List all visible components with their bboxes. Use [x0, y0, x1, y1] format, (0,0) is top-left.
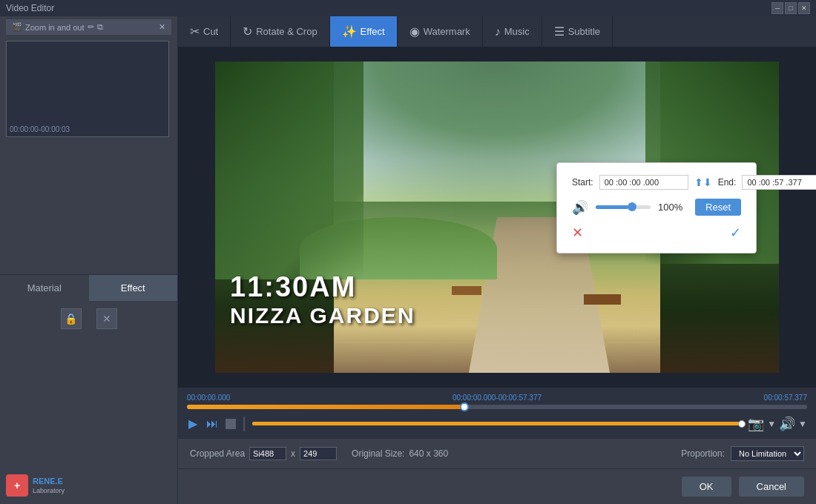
tab-material[interactable]: Material [0, 275, 89, 301]
tab-rotate-label: Rotate & Crop [256, 26, 317, 37]
cut-icon: ✂ [190, 24, 200, 39]
crop-x-separator: x [291, 448, 295, 459]
volume-slider-thumb[interactable] [628, 202, 636, 211]
clip-time: 00:00:00-00:00:03 [10, 125, 70, 133]
maximize-button[interactable]: □ [785, 2, 797, 14]
clip-label: Zoom in and out [25, 23, 85, 32]
delete-icon: ✕ [102, 313, 111, 325]
tab-watermark[interactable]: ◉ Watermark [398, 16, 483, 47]
volume-dropdown-icon[interactable]: ▼ [798, 419, 807, 429]
lock-button[interactable]: 🔒 [61, 308, 82, 329]
video-location-display: NIZZA GARDEN [230, 303, 415, 328]
bench-right [584, 294, 621, 305]
music-icon: ♪ [495, 25, 501, 39]
cancel-button[interactable]: Cancel [739, 477, 804, 497]
close-button[interactable]: ✕ [798, 2, 810, 14]
rotate-icon: ↻ [243, 24, 252, 39]
clip-copy[interactable]: ⧉ [97, 22, 103, 32]
separator [243, 417, 245, 431]
proportion-group: Proportion: No Limitation 16:9 4:3 1:1 [681, 446, 804, 461]
clip-x[interactable]: ✕ [159, 22, 165, 32]
step-forward-button[interactable]: ⏭ [205, 416, 220, 432]
original-label: Original Size: [352, 448, 404, 459]
video-text-overlay: 11:30AM NIZZA GARDEN [230, 271, 415, 328]
clip-header: 🎬 Zoom in and out ✏ ⧉ ✕ [6, 19, 171, 35]
progress-mini[interactable] [252, 422, 742, 425]
delete-button[interactable]: ✕ [96, 308, 117, 329]
tab-effect[interactable]: Effect [89, 275, 178, 301]
volume-row: 🔊 100% Reset [572, 199, 741, 216]
volume-icon: 🔊 [572, 199, 588, 216]
play-button[interactable]: ▶ [187, 415, 199, 432]
right-panel: ✂ Cut ↻ Rotate & Crop ✨ Effect ◉ Waterma… [178, 16, 816, 504]
camera-dropdown-icon[interactable]: ▼ [767, 419, 776, 429]
tab-music[interactable]: ♪ Music [483, 16, 542, 47]
original-size: 640 x 360 [409, 448, 448, 459]
minimize-button[interactable]: ─ [771, 2, 783, 14]
window-controls: ─ □ ✕ [771, 2, 810, 14]
tab-subtitle-label: Subtitle [568, 26, 600, 37]
proportion-select[interactable]: No Limitation 16:9 4:3 1:1 [731, 446, 804, 461]
progress-fill [187, 405, 466, 409]
original-size-group: Original Size: 640 x 360 [352, 448, 448, 459]
end-input[interactable] [742, 175, 816, 190]
panel-tabs: Material Effect [0, 274, 177, 301]
tab-effect-label: Effect [361, 26, 385, 37]
action-buttons: OK Cancel [178, 468, 816, 504]
logo-icon: + [6, 474, 28, 497]
clip-pencil[interactable]: ✏ [88, 22, 94, 32]
crop-size-group: Cropped Area x [190, 447, 337, 460]
start-spinner[interactable]: ⬆⬇ [694, 176, 712, 188]
tab-music-label: Music [504, 26, 530, 37]
logo-text: RENE.E Laboratory [33, 477, 65, 494]
start-label: Start: [572, 177, 593, 188]
camera-icon-area: 📷 ▼ 🔊 ▼ [748, 416, 807, 432]
popup-cancel-button[interactable]: ✕ [572, 225, 583, 241]
title-bar: Video Editor ─ □ ✕ [0, 0, 816, 16]
lock-icon: 🔒 [65, 313, 77, 325]
crop-area: Cropped Area x Original Size: 640 x 360 … [178, 438, 816, 468]
effect-icon: ✨ [342, 24, 357, 39]
tab-cut-label: Cut [203, 26, 218, 37]
clip-icon: 🎬 [12, 22, 22, 32]
time-start: 00:00:00.000 [187, 394, 230, 402]
time-middle: 00:00:00.000-00:00:57.377 [453, 394, 542, 402]
video-time-display: 11:30AM [230, 271, 415, 303]
app-title: Video Editor [6, 3, 54, 13]
time-end: 00:00:57.377 [764, 394, 807, 402]
start-input[interactable] [599, 175, 688, 190]
progress-mini-thumb[interactable] [738, 420, 746, 428]
clip-preview: 00:00:00-00:00:03 [6, 41, 169, 137]
tab-watermark-label: Watermark [424, 26, 470, 37]
tab-subtitle[interactable]: ☰ Subtitle [542, 16, 613, 47]
bench-left [452, 286, 481, 295]
subtitle-icon: ☰ [554, 24, 565, 39]
proportion-label: Proportion: [681, 448, 725, 459]
start-end-row: Start: ⬆⬇ End: ⬆⬇ [572, 175, 741, 190]
time-labels: 00:00:00.000 00:00:00.000-00:00:57.377 0… [187, 394, 807, 402]
progress-thumb[interactable] [460, 402, 469, 411]
stop-button[interactable] [226, 419, 236, 429]
panel-bottom-controls: 🔒 ✕ [0, 301, 177, 336]
popup-confirm-button[interactable]: ✓ [730, 225, 741, 241]
camera-icon[interactable]: 📷 [748, 416, 764, 432]
tab-cut[interactable]: ✂ Cut [178, 16, 231, 47]
reset-button[interactable]: Reset [695, 199, 741, 216]
volume-slider[interactable] [596, 205, 651, 209]
tab-effect[interactable]: ✨ Effect [330, 16, 398, 47]
tab-bar: ✂ Cut ↻ Rotate & Crop ✨ Effect ◉ Waterma… [178, 16, 816, 47]
cropped-label: Cropped Area [190, 448, 245, 459]
popup-footer: ✕ ✓ [572, 225, 741, 241]
progress-track[interactable] [187, 405, 807, 409]
playback-bar: 00:00:00.000 00:00:00.000-00:00:57.377 0… [178, 387, 816, 438]
volume-ctrl-icon[interactable]: 🔊 [779, 416, 795, 432]
volume-popup: Start: ⬆⬇ End: ⬆⬇ 🔊 100% Reset [556, 162, 757, 253]
crop-height-input[interactable] [300, 447, 337, 460]
video-area: 11:30AM NIZZA GARDEN Start: ⬆⬇ End: ⬆⬇ [178, 47, 816, 387]
controls-row: ▶ ⏭ 📷 ▼ 🔊 ▼ [187, 415, 807, 432]
tab-rotate[interactable]: ↻ Rotate & Crop [231, 16, 329, 47]
ok-button[interactable]: OK [682, 477, 731, 497]
left-foliage [215, 62, 363, 279]
volume-percent: 100% [658, 202, 688, 213]
crop-width-input[interactable] [249, 447, 286, 460]
